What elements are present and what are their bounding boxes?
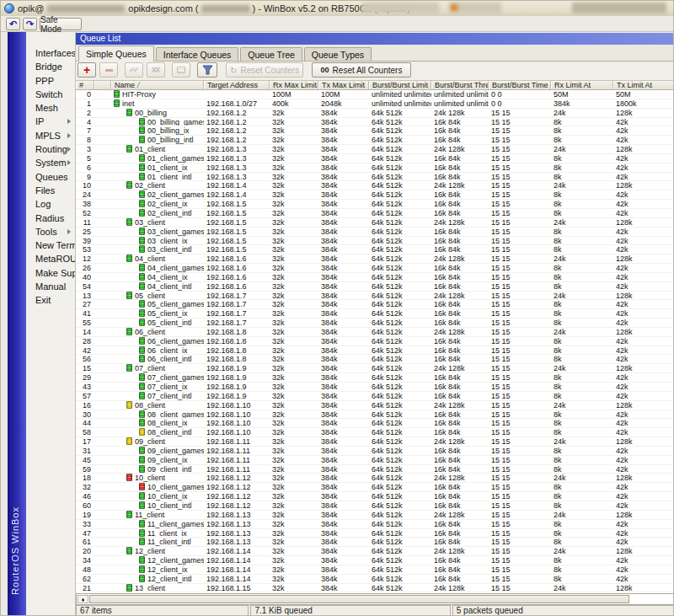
sidebar-item-exit[interactable]: Exit [26, 293, 75, 307]
queue-row[interactable]: 3210_client_games192.168.1.1232k384k64k … [76, 483, 674, 492]
queue-row[interactable]: 4812_client_ix192.168.1.1432k384k64k 512… [76, 565, 674, 575]
column-header-rx-limit-at[interactable]: Rx Limit At [551, 81, 613, 89]
queue-row[interactable]: 4610_client_ix192.168.1.1232k384k64k 512… [76, 492, 674, 501]
queue-row[interactable]: 4711_client_ix192.168.1.1332k384k64k 512… [76, 529, 674, 538]
disable-queue-button[interactable]: ✘✘ [147, 62, 165, 78]
queue-row[interactable]: 3109_client_games192.168.1.1132k384k64k … [76, 447, 674, 456]
queue-row[interactable]: 2907_client_games192.168.1.932k384k64k 5… [76, 373, 674, 383]
tab-interface-queues[interactable]: Interface Queues [156, 47, 239, 61]
comment-button[interactable] [172, 62, 190, 78]
queue-row[interactable]: 1inet192.168.1.0/27400k2048kunlimited un… [76, 99, 674, 109]
remove-queue-button[interactable] [99, 62, 118, 78]
queue-row[interactable]: 2012_client192.168.1.1432k384k64k 512k24… [76, 547, 674, 556]
queue-row[interactable]: 4105_client_ix192.168.1.732k384k64k 512k… [76, 309, 674, 319]
queue-row[interactable]: 2503_client_games192.168.1.532k384k64k 5… [76, 228, 674, 237]
queue-row[interactable]: 1507_client192.168.1.932k384k64k 512k24k… [76, 364, 674, 373]
queue-row[interactable]: 5707_client_intl192.168.1.932k384k64k 51… [76, 392, 674, 401]
sidebar-item-routing[interactable]: Routing [26, 142, 75, 156]
redo-button[interactable]: ↷ [23, 18, 37, 30]
sidebar-item-tools[interactable]: Tools [26, 225, 75, 238]
queue-row[interactable]: 4307_client_ix192.168.1.932k384k64k 512k… [76, 383, 674, 392]
queue-row[interactable]: 700_billing_ix192.168.1.232k384k64k 512k… [76, 126, 674, 136]
sidebar-item-ppp[interactable]: PPP [26, 74, 75, 88]
sidebar-item-log[interactable]: Log [26, 197, 75, 211]
queue-row[interactable]: 1305_client192.168.1.732k384k64k 512k24k… [76, 292, 674, 301]
sidebar-item-new-terminal[interactable]: New Terminal [26, 238, 75, 252]
column-header--[interactable]: # [76, 81, 94, 89]
queue-row[interactable]: 4004_client_ix192.168.1.632k384k64k 512k… [76, 273, 674, 282]
sidebar-item-queues[interactable]: Queues [26, 170, 75, 184]
queue-row[interactable]: 5909_client_intl192.168.1.1132k384k64k 5… [76, 465, 674, 474]
queue-row[interactable]: 3903_client_ix192.168.1.532k384k64k 512k… [76, 237, 674, 246]
sidebar-item-files[interactable]: Files [26, 184, 75, 197]
reset-counters-button[interactable]: ↻ Reset Counters [226, 62, 303, 78]
sidebar-item-bridge[interactable]: Bridge [26, 60, 75, 73]
queue-row[interactable]: 5404_client_intl192.168.1.632k384k64k 51… [76, 282, 674, 292]
queue-row[interactable]: 2113_client192.168.1.1532k384k64k 512k24… [76, 584, 674, 593]
queue-row[interactable]: 5303_client_intl192.168.1.532k384k64k 51… [76, 245, 674, 254]
sidebar-item-switch[interactable]: Switch [26, 88, 75, 101]
sidebar-item-mesh[interactable]: Mesh [26, 101, 75, 115]
sidebar-item-metarouter[interactable]: MetaROUTER [26, 252, 75, 265]
queue-row[interactable]: 6212_client_intl192.168.1.1432k384k64k 5… [76, 575, 674, 584]
tab-queue-tree[interactable]: Queue Tree [240, 47, 302, 61]
queue-row[interactable]: 1002_client192.168.1.432k384k64k 512k24k… [76, 181, 674, 190]
queue-row[interactable]: 1204_client192.168.1.632k384k64k 512k24k… [76, 254, 674, 264]
column-header-target-address[interactable]: Target Address [204, 81, 270, 89]
queue-row[interactable]: 3802_client_ix192.168.1.532k384k64k 512k… [76, 200, 674, 209]
reset-all-counters-button[interactable]: 00 Reset All Counters [312, 62, 411, 78]
queue-row[interactable]: 2806_client_games192.168.1.832k384k64k 5… [76, 337, 674, 346]
queue-row[interactable]: 6010_client_intl192.168.1.1232k384k64k 5… [76, 501, 674, 511]
tab-queue-types[interactable]: Queue Types [304, 47, 372, 61]
horizontal-scrollbar[interactable]: ♦ [76, 593, 674, 605]
queue-row[interactable]: 2402_client_games192.168.1.432k384k64k 5… [76, 190, 674, 200]
queue-row[interactable]: 200_billing192.168.1.232k384k64k 512k24k… [76, 109, 674, 118]
column-header-icon[interactable] [94, 81, 111, 89]
filter-button[interactable] [197, 62, 217, 78]
queue-row[interactable]: 1911_client192.168.1.1332k384k64k 512k24… [76, 511, 674, 520]
queue-row[interactable]: 301_client192.168.1.332k384k64k 512k24k … [76, 145, 674, 154]
scrollbar-diamond-icon[interactable]: ♦ [78, 595, 88, 603]
queue-row[interactable]: 5202_client_intl192.168.1.532k384k64k 51… [76, 209, 674, 218]
queue-row[interactable]: 4408_client_ix192.168.1.1032k384k64k 512… [76, 419, 674, 428]
queue-row[interactable]: 800_billing_intl192.168.1.232k384k64k 51… [76, 136, 674, 145]
queue-row[interactable]: 5808_client_intl192.168.1.1032k384k64k 5… [76, 428, 674, 437]
add-queue-button[interactable]: + [78, 62, 96, 78]
queue-row[interactable]: 4206_client_ix192.168.1.832k384k64k 512k… [76, 346, 674, 356]
sidebar-item-interfaces[interactable]: Interfaces [26, 46, 75, 60]
column-header-tx-limit-at[interactable]: Tx Limit At [613, 81, 674, 89]
undo-button[interactable]: ↶ [6, 18, 20, 30]
tab-simple-queues[interactable]: Simple Queues [78, 46, 154, 62]
queue-row[interactable]: 601_client_ix192.168.1.332k384k64k 512k1… [76, 163, 674, 173]
queue-row[interactable]: 501_client_games192.168.1.332k384k64k 51… [76, 154, 674, 163]
safe-mode-button[interactable]: Safe Mode [40, 18, 82, 30]
enable-queue-button[interactable]: ✔✔ [125, 62, 143, 78]
queue-row[interactable]: 3311_client_games192.168.1.1332k384k64k … [76, 520, 674, 529]
scrollbar-thumb[interactable] [89, 595, 629, 603]
queue-row[interactable]: 6111_client_intl192.168.1.1332k384k64k 5… [76, 538, 674, 547]
queue-row[interactable]: 1709_client192.168.1.1132k384k64k 512k24… [76, 437, 674, 447]
queue-row[interactable]: 1406_client192.168.1.832k384k64k 512k24k… [76, 328, 674, 337]
column-header-burst-burst-thres-[interactable]: Burst/Burst Thres... [431, 81, 489, 89]
queue-row[interactable]: 0HIT-Proxy100M100Munlimited unlimitedunl… [76, 90, 674, 99]
column-header-rx-max-limit[interactable]: Rx Max Limit [270, 81, 318, 89]
queue-row[interactable]: 400_billing_games192.168.1.232k384k64k 5… [76, 118, 674, 127]
queue-row[interactable]: 2705_client_games192.168.1.732k384k64k 5… [76, 300, 674, 309]
sidebar-item-system[interactable]: System [26, 156, 75, 169]
queue-row[interactable]: 2604_client_games192.168.1.632k384k64k 5… [76, 264, 674, 273]
sidebar-item-make-supout-rif[interactable]: Make Supout.rif [26, 266, 75, 280]
column-header-burst-burst-time-s-[interactable]: Burst/Burst Time (s) [489, 81, 551, 89]
column-header-tx-max-limit[interactable]: Tx Max Limit [318, 81, 369, 89]
sidebar-item-radius[interactable]: Radius [26, 212, 75, 225]
queue-row[interactable]: 1810_client192.168.1.1232k384k64k 512k24… [76, 474, 674, 483]
queue-row[interactable]: 901_client_intl192.168.1.332k384k64k 512… [76, 173, 674, 182]
sidebar-item-manual[interactable]: Manual [26, 280, 75, 293]
queue-row[interactable]: 5606_client_intl192.168.1.832k384k64k 51… [76, 355, 674, 364]
queue-row[interactable]: 3008_client_games192.168.1.1032k384k64k … [76, 410, 674, 420]
column-header-burst-burst-limit-[interactable]: Burst/Burst Limit (... [369, 81, 431, 89]
column-header-name[interactable]: Name/ [111, 81, 204, 89]
queue-row[interactable]: 1608_client192.168.1.1032k384k64k 512k24… [76, 401, 674, 410]
queue-row[interactable]: 4509_client_ix192.168.1.1132k384k64k 512… [76, 456, 674, 465]
queue-row[interactable]: 5505_client_intl192.168.1.732k384k64k 51… [76, 319, 674, 328]
sidebar-item-ip[interactable]: IP [26, 115, 75, 128]
